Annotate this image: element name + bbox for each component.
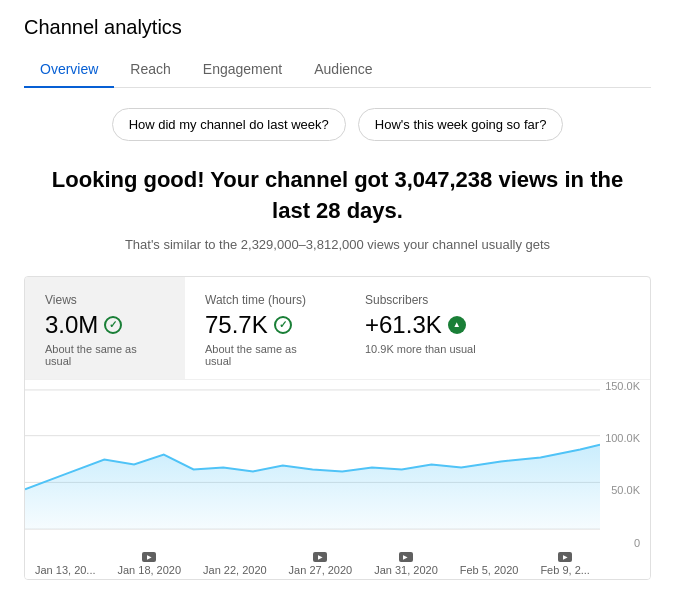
tab-overview[interactable]: Overview [24, 51, 114, 87]
x-label-jan31: Jan 31, 2020 [374, 552, 438, 576]
video-icon-jan31 [399, 552, 413, 562]
summary-headline: Looking good! Your channel got 3,047,238… [48, 165, 628, 227]
x-date-jan13: Jan 13, 20... [35, 564, 96, 576]
x-label-jan18: Jan 18, 2020 [117, 552, 181, 576]
metric-subscribers: Subscribers +61.3K 10.9K more than usual [365, 293, 476, 367]
summary-subtext: That's similar to the 2,329,000–3,812,00… [24, 237, 651, 252]
metric-views-value: 3.0M [45, 311, 98, 339]
x-date-feb9: Feb 9, 2... [540, 564, 590, 576]
chart-svg [25, 380, 600, 549]
page-title: Channel analytics [24, 16, 651, 39]
metric-views-value-row: 3.0M [45, 311, 165, 339]
metric-watch-label: Watch time (hours) [205, 293, 325, 307]
see-more-link[interactable]: SEE MORE [24, 584, 133, 594]
tab-audience[interactable]: Audience [298, 51, 388, 87]
chart-y-labels: 150.0K 100.0K 50.0K 0 [605, 380, 640, 549]
x-date-jan18: Jan 18, 2020 [117, 564, 181, 576]
metrics-non-highlighted: Watch time (hours) 75.7K About the same … [185, 277, 496, 379]
chart-x-labels: Jan 13, 20... Jan 18, 2020 Jan 22, 2020 … [25, 549, 600, 579]
metric-views-desc: About the same as usual [45, 343, 165, 367]
video-icon-jan27 [313, 552, 327, 562]
x-date-jan22: Jan 22, 2020 [203, 564, 267, 576]
x-label-jan27: Jan 27, 2020 [289, 552, 353, 576]
metric-subs-desc: 10.9K more than usual [365, 343, 476, 355]
tab-reach[interactable]: Reach [114, 51, 186, 87]
x-label-feb5: Feb 5, 2020 [460, 552, 519, 576]
y-label-100k: 100.0K [605, 432, 640, 444]
metric-watch-desc: About the same as usual [205, 343, 325, 367]
metric-watch-value-row: 75.7K [205, 311, 325, 339]
quick-buttons: How did my channel do last week? How's t… [24, 108, 651, 141]
nav-tabs: Overview Reach Engagement Audience [24, 51, 651, 88]
x-date-jan31: Jan 31, 2020 [374, 564, 438, 576]
metric-watch-value: 75.7K [205, 311, 268, 339]
metric-subs-label: Subscribers [365, 293, 476, 307]
y-label-50k: 50.0K [611, 484, 640, 496]
metrics-row-container: Views 3.0M About the same as usual Watch… [25, 277, 650, 379]
video-icon-jan18 [142, 552, 156, 562]
views-check-icon [104, 316, 122, 334]
metric-watch-time: Watch time (hours) 75.7K About the same … [205, 293, 325, 367]
subs-up-icon [448, 316, 466, 334]
x-label-jan22: Jan 22, 2020 [203, 552, 267, 576]
x-label-jan13: Jan 13, 20... [35, 552, 96, 576]
metric-subs-value: +61.3K [365, 311, 442, 339]
quick-btn-this-week[interactable]: How's this week going so far? [358, 108, 564, 141]
video-icon-feb9 [558, 552, 572, 562]
metric-views: Views 3.0M About the same as usual [25, 277, 185, 379]
page-container: Channel analytics Overview Reach Engagem… [0, 0, 675, 594]
chart-svg-container [25, 380, 600, 549]
x-date-jan27: Jan 27, 2020 [289, 564, 353, 576]
see-more-container: SEE MORE [24, 584, 651, 594]
quick-btn-last-week[interactable]: How did my channel do last week? [112, 108, 346, 141]
tab-engagement[interactable]: Engagement [187, 51, 298, 87]
y-label-0: 0 [634, 537, 640, 549]
metric-subs-value-row: +61.3K [365, 311, 476, 339]
x-date-feb5: Feb 5, 2020 [460, 564, 519, 576]
chart-area: 150.0K 100.0K 50.0K 0 Jan 13, 20... Jan … [25, 379, 650, 579]
watch-check-icon [274, 316, 292, 334]
x-label-feb9: Feb 9, 2... [540, 552, 590, 576]
metrics-chart-card: Views 3.0M About the same as usual Watch… [24, 276, 651, 580]
chart-fill [25, 444, 600, 529]
y-label-150k: 150.0K [605, 380, 640, 392]
metric-views-label: Views [45, 293, 165, 307]
